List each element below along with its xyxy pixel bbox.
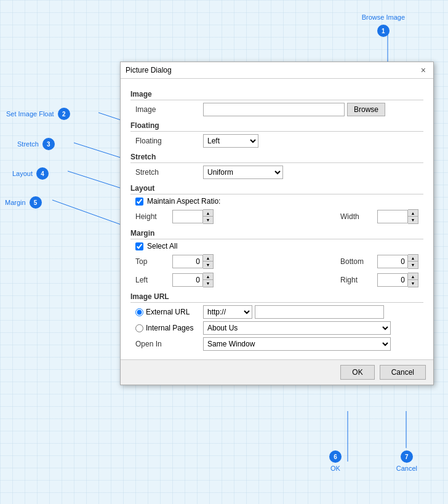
- dialog-title: Picture Dialog: [126, 66, 172, 74]
- left-up-button[interactable]: ▲: [203, 273, 213, 280]
- width-input[interactable]: [377, 210, 408, 223]
- select-all-checkbox[interactable]: [135, 242, 143, 250]
- top-input[interactable]: [172, 255, 203, 268]
- badge-4: 4: [36, 167, 49, 180]
- close-button[interactable]: ×: [418, 65, 428, 75]
- left-label: Left: [135, 276, 172, 284]
- badge-7: 7: [401, 450, 413, 463]
- left-spinner: ▲ ▼: [172, 273, 214, 287]
- top-spinner-buttons: ▲ ▼: [203, 254, 214, 269]
- external-url-label: External URL: [135, 308, 203, 316]
- section-layout-header: Layout: [130, 184, 423, 194]
- ok-button[interactable]: OK: [340, 365, 374, 380]
- external-url-row: External URL http:// https://: [130, 305, 423, 319]
- picture-dialog: Picture Dialog × Image Image Browse Floa…: [120, 62, 434, 385]
- right-spinner-buttons: ▲ ▼: [408, 273, 418, 287]
- internal-pages-radio[interactable]: [135, 324, 143, 332]
- right-down-button[interactable]: ▼: [408, 280, 418, 287]
- stretch-row: Stretch Uniform Fill None: [130, 166, 423, 179]
- bottom-up-button[interactable]: ▲: [408, 255, 418, 262]
- right-spinner: ▲ ▼: [377, 273, 418, 287]
- floating-select[interactable]: Left Right None: [203, 134, 258, 148]
- left-down-button[interactable]: ▼: [203, 280, 213, 287]
- internal-pages-row: Internal Pages About Us Home Contact: [130, 321, 423, 335]
- dialog-body: Image Image Browse Floating Floating Lef…: [121, 79, 433, 359]
- annotation-stretch-label: Stretch: [17, 140, 39, 148]
- aspect-ratio-row: Maintain Aspect Ratio:: [130, 197, 423, 206]
- annotation-browse-image-label: Browse Image: [362, 14, 405, 21]
- annotation-layout-label: Layout: [12, 170, 33, 177]
- section-image-header: Image: [130, 90, 423, 100]
- image-row: Image Browse: [130, 103, 423, 116]
- open-in-select[interactable]: Same Window New Window: [203, 337, 391, 351]
- width-down-button[interactable]: ▼: [408, 217, 418, 223]
- badge-5: 5: [30, 196, 42, 209]
- aspect-ratio-label: Maintain Aspect Ratio:: [147, 197, 220, 206]
- annotation-set-image-float-label: Set Image Float: [6, 110, 54, 118]
- right-label: Right: [340, 276, 377, 284]
- height-input[interactable]: [172, 210, 203, 223]
- select-all-label: Select All: [147, 242, 177, 250]
- top-bottom-row: Top ▲ ▼ Bottom ▲ ▼: [130, 254, 423, 269]
- top-down-button[interactable]: ▼: [203, 262, 213, 268]
- annotation-ok: 6 OK: [329, 450, 342, 472]
- bottom-spinner-buttons: ▲ ▼: [408, 254, 418, 269]
- browse-button[interactable]: Browse: [347, 103, 385, 116]
- section-margin-header: Margin: [130, 229, 423, 239]
- image-field-label: Image: [135, 105, 203, 114]
- height-spinner-buttons: ▲ ▼: [203, 209, 214, 224]
- width-spinner: ▲ ▼: [377, 209, 418, 224]
- width-spinner-buttons: ▲ ▼: [408, 209, 418, 224]
- badge-6: 6: [329, 450, 342, 463]
- internal-pages-label: Internal Pages: [135, 324, 203, 332]
- annotation-set-image-float: Set Image Float 2: [6, 108, 70, 120]
- external-url-radio[interactable]: [135, 308, 143, 316]
- badge-2: 2: [58, 108, 70, 120]
- annotation-stretch: Stretch 3: [17, 138, 55, 150]
- top-up-button[interactable]: ▲: [203, 255, 213, 262]
- right-input[interactable]: [377, 273, 408, 287]
- top-spinner: ▲ ▼: [172, 254, 214, 269]
- left-input[interactable]: [172, 273, 203, 287]
- floating-row: Floating Left Right None: [130, 134, 423, 148]
- open-in-label: Open In: [135, 340, 203, 348]
- dialog-titlebar: Picture Dialog ×: [121, 62, 433, 79]
- annotation-cancel-label: Cancel: [396, 465, 417, 472]
- badge-3: 3: [42, 138, 55, 150]
- internal-pages-select[interactable]: About Us Home Contact: [203, 321, 391, 335]
- width-up-button[interactable]: ▲: [408, 210, 418, 217]
- height-up-button[interactable]: ▲: [203, 210, 213, 217]
- bottom-spinner: ▲ ▼: [377, 254, 418, 269]
- stretch-field-label: Stretch: [135, 168, 203, 177]
- top-label: Top: [135, 257, 172, 266]
- dimensions-row: Height ▲ ▼ Width ▲ ▼: [130, 209, 423, 224]
- annotation-layout: Layout 4: [12, 167, 49, 180]
- section-image-url-header: Image URL: [130, 292, 423, 303]
- width-label: Width: [340, 212, 377, 221]
- height-spinner: ▲ ▼: [172, 209, 214, 224]
- bottom-down-button[interactable]: ▼: [408, 262, 418, 268]
- height-down-button[interactable]: ▼: [203, 217, 213, 223]
- stretch-select[interactable]: Uniform Fill None: [203, 166, 283, 179]
- image-input[interactable]: [203, 103, 345, 116]
- bottom-input[interactable]: [377, 255, 408, 268]
- badge-1: 1: [377, 25, 390, 37]
- select-all-row: Select All: [130, 242, 423, 250]
- section-stretch-header: Stretch: [130, 153, 423, 163]
- aspect-ratio-checkbox[interactable]: [135, 198, 143, 206]
- external-url-text: External URL: [146, 308, 190, 316]
- external-url-input[interactable]: [255, 305, 384, 319]
- annotation-ok-label: OK: [330, 465, 340, 472]
- annotation-browse-image: Browse Image 1: [362, 14, 405, 37]
- dialog-footer: OK Cancel: [121, 359, 433, 385]
- bottom-label: Bottom: [340, 257, 377, 266]
- annotation-margin: Margin 5: [5, 196, 42, 209]
- annotation-cancel: 7 Cancel: [396, 450, 417, 472]
- right-up-button[interactable]: ▲: [408, 273, 418, 280]
- cancel-button[interactable]: Cancel: [380, 365, 426, 380]
- left-right-row: Left ▲ ▼ Right ▲ ▼: [130, 273, 423, 287]
- url-prefix-select[interactable]: http:// https://: [203, 305, 252, 319]
- open-in-row: Open In Same Window New Window: [130, 337, 423, 351]
- height-label: Height: [135, 212, 172, 221]
- annotation-margin-label: Margin: [5, 199, 26, 206]
